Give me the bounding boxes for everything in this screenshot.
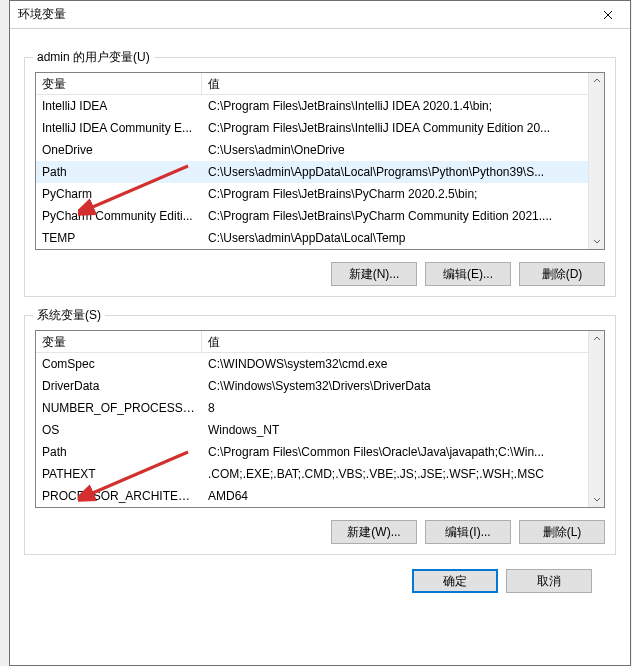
cell-value: C:\Users\admin\AppData\Local\Temp <box>202 228 588 248</box>
table-row[interactable]: IntelliJ IDEA Community E...C:\Program F… <box>36 117 588 139</box>
cell-value: C:\Program Files\JetBrains\IntelliJ IDEA… <box>202 96 588 116</box>
cell-variable: Path <box>36 162 202 182</box>
col-value[interactable]: 值 <box>202 331 604 352</box>
cell-value: C:\Program Files\JetBrains\PyCharm 2020.… <box>202 184 588 204</box>
chevron-down-icon[interactable] <box>589 491 604 507</box>
cell-value: AMD64 <box>202 486 588 506</box>
cell-variable: ComSpec <box>36 354 202 374</box>
delete-button[interactable]: 删除(D) <box>519 262 605 286</box>
user-vars-buttons: 新建(N)... 编辑(E)... 删除(D) <box>35 262 605 286</box>
window-title: 环境变量 <box>10 6 585 23</box>
cell-value: C:\Program Files\Common Files\Oracle\Jav… <box>202 442 588 462</box>
col-variable[interactable]: 变量 <box>36 73 202 94</box>
titlebar: 环境变量 <box>10 1 630 29</box>
table-row[interactable]: ComSpecC:\WINDOWS\system32\cmd.exe <box>36 353 588 375</box>
dialog-content: admin 的用户变量(U) 变量 值 IntelliJ IDEAC:\Prog… <box>10 29 630 665</box>
cell-variable: DriverData <box>36 376 202 396</box>
cell-variable: OS <box>36 420 202 440</box>
cancel-button[interactable]: 取消 <box>506 569 592 593</box>
table-row[interactable]: IntelliJ IDEAC:\Program Files\JetBrains\… <box>36 95 588 117</box>
table-row[interactable]: OneDriveC:\Users\admin\OneDrive <box>36 139 588 161</box>
table-row[interactable]: PyCharmC:\Program Files\JetBrains\PyChar… <box>36 183 588 205</box>
cell-value: C:\Users\admin\OneDrive <box>202 140 588 160</box>
cell-value: C:\Windows\System32\Drivers\DriverData <box>202 376 588 396</box>
table-row[interactable]: PROCESSOR_ARCHITECT...AMD64 <box>36 485 588 507</box>
cell-value: C:\WINDOWS\system32\cmd.exe <box>202 354 588 374</box>
cell-value: Windows_NT <box>202 420 588 440</box>
user-vars-body: IntelliJ IDEAC:\Program Files\JetBrains\… <box>36 95 588 249</box>
user-vars-label: admin 的用户变量(U) <box>33 49 154 66</box>
cell-variable: PyCharm Community Editi... <box>36 206 202 226</box>
table-row[interactable]: PathC:\Program Files\Common Files\Oracle… <box>36 441 588 463</box>
system-vars-label: 系统变量(S) <box>33 307 105 324</box>
table-row[interactable]: NUMBER_OF_PROCESSORS8 <box>36 397 588 419</box>
cell-value: C:\Users\admin\AppData\Local\Programs\Py… <box>202 162 588 182</box>
table-row[interactable]: PATHEXT.COM;.EXE;.BAT;.CMD;.VBS;.VBE;.JS… <box>36 463 588 485</box>
cell-value: .COM;.EXE;.BAT;.CMD;.VBS;.VBE;.JS;.JSE;.… <box>202 464 588 484</box>
cell-value: 8 <box>202 398 588 418</box>
edit-button[interactable]: 编辑(E)... <box>425 262 511 286</box>
table-header: 变量 值 <box>36 331 604 353</box>
user-vars-group: admin 的用户变量(U) 变量 值 IntelliJ IDEAC:\Prog… <box>24 57 616 297</box>
chevron-up-icon[interactable] <box>589 73 604 89</box>
scrollbar-track[interactable] <box>589 347 604 491</box>
cell-variable: TEMP <box>36 228 202 248</box>
table-row[interactable]: TEMPC:\Users\admin\AppData\Local\Temp <box>36 227 588 249</box>
table-row[interactable]: OSWindows_NT <box>36 419 588 441</box>
close-icon[interactable] <box>585 1 630 29</box>
col-variable[interactable]: 变量 <box>36 331 202 352</box>
cell-variable: PyCharm <box>36 184 202 204</box>
cell-variable: PATHEXT <box>36 464 202 484</box>
cell-variable: OneDrive <box>36 140 202 160</box>
ok-button[interactable]: 确定 <box>412 569 498 593</box>
chevron-down-icon[interactable] <box>589 233 604 249</box>
dialog-buttons: 确定 取消 <box>24 555 616 593</box>
cell-variable: IntelliJ IDEA Community E... <box>36 118 202 138</box>
chevron-up-icon[interactable] <box>589 331 604 347</box>
scrollbar[interactable] <box>588 73 604 249</box>
delete-button[interactable]: 删除(L) <box>519 520 605 544</box>
system-vars-group: 系统变量(S) 变量 值 ComSpecC:\WINDOWS\system32\… <box>24 315 616 555</box>
new-button[interactable]: 新建(N)... <box>331 262 417 286</box>
cell-value: C:\Program Files\JetBrains\PyCharm Commu… <box>202 206 588 226</box>
system-vars-buttons: 新建(W)... 编辑(I)... 删除(L) <box>35 520 605 544</box>
system-vars-table: 变量 值 ComSpecC:\WINDOWS\system32\cmd.exeD… <box>35 330 605 508</box>
col-value[interactable]: 值 <box>202 73 604 94</box>
edit-button[interactable]: 编辑(I)... <box>425 520 511 544</box>
system-vars-body: ComSpecC:\WINDOWS\system32\cmd.exeDriver… <box>36 353 588 507</box>
env-vars-dialog: 环境变量 admin 的用户变量(U) 变量 值 IntelliJ IDEAC:… <box>9 0 631 666</box>
cell-variable: IntelliJ IDEA <box>36 96 202 116</box>
cell-variable: NUMBER_OF_PROCESSORS <box>36 398 202 418</box>
table-row[interactable]: DriverDataC:\Windows\System32\Drivers\Dr… <box>36 375 588 397</box>
table-header: 变量 值 <box>36 73 604 95</box>
user-vars-table: 变量 值 IntelliJ IDEAC:\Program Files\JetBr… <box>35 72 605 250</box>
cell-variable: Path <box>36 442 202 462</box>
scrollbar[interactable] <box>588 331 604 507</box>
scrollbar-track[interactable] <box>589 89 604 233</box>
cell-variable: PROCESSOR_ARCHITECT... <box>36 486 202 506</box>
table-row[interactable]: PyCharm Community Editi...C:\Program Fil… <box>36 205 588 227</box>
table-row[interactable]: PathC:\Users\admin\AppData\Local\Program… <box>36 161 588 183</box>
new-button[interactable]: 新建(W)... <box>331 520 417 544</box>
cell-value: C:\Program Files\JetBrains\IntelliJ IDEA… <box>202 118 588 138</box>
